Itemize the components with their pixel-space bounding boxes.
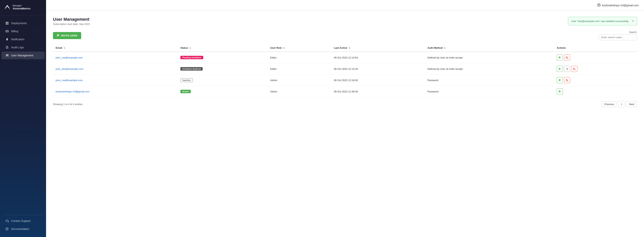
col-role[interactable]: User Role ⇅ <box>268 44 331 52</box>
svg-rect-8 <box>6 221 6 222</box>
user-email-link[interactable]: jone_doe@example.com <box>56 67 83 70</box>
status-badge: Inactive <box>180 78 193 82</box>
action-buttons <box>557 66 634 72</box>
logo-brand: VictoriaMetrics <box>13 7 30 10</box>
assign-role-button[interactable] <box>557 66 563 72</box>
users-table-container: Email ⇅ Status ⇅ User Role ⇅ Last Acti <box>53 44 637 107</box>
sidebar-nav: Deployments Billing Notification Audit L… <box>0 15 46 213</box>
remove-user-button[interactable] <box>564 54 570 61</box>
svg-point-17 <box>559 79 560 80</box>
sidebar-item-contact-support[interactable]: Contact Support <box>2 217 44 225</box>
main-content: kozlovdmitriyy+10@gmail.com User Managem… <box>46 0 644 237</box>
auth-method: Password <box>425 75 554 86</box>
user-role: Editor <box>268 63 331 75</box>
svg-point-16 <box>574 68 574 69</box>
topbar-email: kozlovdmitriyy+10@gmail.com <box>602 4 639 7</box>
user-email-link[interactable]: kozlovdmitriyy+10@gmail.com <box>56 90 90 93</box>
col-email[interactable]: Email ⇅ <box>53 44 178 52</box>
svg-rect-1 <box>7 22 8 23</box>
status-badge: Active <box>180 90 191 93</box>
svg-rect-9 <box>8 221 8 222</box>
table-footer: Showing 1 to 4 of 4 entries Previous 1 N… <box>53 101 637 107</box>
search-input[interactable] <box>599 34 637 40</box>
search-label: Search: <box>629 31 637 33</box>
sidebar-item-notification[interactable]: Notification <box>2 35 44 43</box>
svg-point-7 <box>8 54 8 55</box>
toast-close-button[interactable]: × <box>632 19 634 23</box>
last-active: 06 Oct 2023 12:14:54 <box>331 52 425 63</box>
toast-message: User "test@example.com" was deleted succ… <box>571 20 629 23</box>
users-table: Email ⇅ Status ⇅ User Role ⇅ Last Acti <box>53 44 637 97</box>
user-circle-icon <box>597 3 601 7</box>
sidebar-item-documentation[interactable]: Documentation <box>2 225 44 233</box>
col-actions: Actions <box>554 44 637 52</box>
assign-role-button[interactable] <box>557 88 563 95</box>
col-auth-method[interactable]: Auth Method ⇅ <box>425 44 554 52</box>
sidebar-item-deployments[interactable]: Deployments <box>2 19 44 27</box>
previous-button[interactable]: Previous <box>602 101 617 107</box>
sidebar-item-contact-support-label: Contact Support <box>11 219 30 223</box>
sort-icon-status: ⇅ <box>190 47 191 49</box>
content-area: User Management Subscription start date:… <box>46 11 644 237</box>
table-row: kozlovdmitriyy+10@gmail.com Active Admin… <box>53 86 637 97</box>
svg-point-6 <box>6 54 7 55</box>
file-text-icon <box>5 46 9 49</box>
last-active: 06 Oct 2023 12:14:29 <box>331 63 425 75</box>
topbar: kozlovdmitriyy+10@gmail.com <box>46 0 644 11</box>
page-subtitle: Subscription start date: Sep 2023 <box>53 23 637 25</box>
auth-method: Password <box>425 86 554 97</box>
sidebar-item-billing-label: Billing <box>11 30 18 33</box>
user-role: Admin <box>268 75 331 86</box>
auth-method: Defined by User at invite accept <box>425 52 554 63</box>
auth-method: Defined by User at invite accept <box>425 63 554 75</box>
sidebar-item-documentation-label: Documentation <box>11 228 29 231</box>
svg-point-13 <box>559 57 560 57</box>
remove-user-button[interactable] <box>571 66 578 72</box>
add-user-icon <box>57 34 60 37</box>
svg-point-14 <box>566 57 567 57</box>
sidebar-item-notification-label: Notification <box>11 38 24 41</box>
action-buttons <box>557 88 634 95</box>
col-last-active[interactable]: Last Active ⇅ <box>331 44 425 52</box>
invite-user-label: INVITE USER <box>61 34 77 37</box>
status-badge: Pending Invitation <box>180 56 203 59</box>
remove-user-button[interactable] <box>564 77 570 83</box>
svg-rect-0 <box>6 22 7 23</box>
users-icon <box>5 54 9 57</box>
sidebar-item-billing[interactable]: Billing <box>2 27 44 35</box>
sidebar-item-audit-logs[interactable]: Audit Logs <box>2 43 44 51</box>
topbar-user: kozlovdmitriyy+10@gmail.com <box>597 3 639 7</box>
last-active: 06 Oct 2023 12:16:00 <box>331 75 425 86</box>
headphones-icon <box>5 219 9 223</box>
pagination: Previous 1 Next <box>602 101 637 107</box>
sidebar-item-user-management[interactable]: User Management <box>2 52 44 59</box>
showing-entries: Showing 1 to 4 of 4 entries <box>53 103 82 106</box>
action-buttons <box>557 77 634 83</box>
next-button[interactable]: Next <box>626 101 637 107</box>
last-active: 06 Oct 2023 12:39:39 <box>331 86 425 97</box>
sort-icon-role: ⇅ <box>283 47 285 49</box>
user-role: Editor <box>268 52 331 63</box>
page-header: User Management Subscription start date:… <box>53 17 637 25</box>
user-email-link[interactable]: john_roe@example.com <box>56 56 83 59</box>
status-badge: Invitation Expired <box>180 67 203 71</box>
sidebar-item-user-management-label: User Management <box>11 54 33 57</box>
assign-role-button[interactable] <box>557 54 563 61</box>
user-email-link[interactable]: jone_roe@example.com <box>56 79 83 82</box>
svg-rect-5 <box>6 31 8 31</box>
sidebar-item-deployments-label: Deployments <box>11 22 27 25</box>
resend-invite-button[interactable] <box>564 66 570 72</box>
svg-point-18 <box>566 79 567 80</box>
sidebar-item-audit-logs-label: Audit Logs <box>11 46 24 49</box>
sort-icon-email: ⇅ <box>64 47 65 49</box>
col-status[interactable]: Status ⇅ <box>178 44 268 52</box>
search-area: Search: <box>599 31 637 40</box>
sidebar: Managed VictoriaMetrics Deployments Bill… <box>0 0 46 237</box>
bell-icon <box>5 37 9 41</box>
svg-point-11 <box>598 4 600 5</box>
page-title: User Management <box>53 17 637 22</box>
grid-icon <box>5 21 9 25</box>
sort-icon-auth-method: ⇅ <box>444 47 446 49</box>
invite-user-button[interactable]: INVITE USER <box>53 32 81 39</box>
assign-role-button[interactable] <box>557 77 563 83</box>
